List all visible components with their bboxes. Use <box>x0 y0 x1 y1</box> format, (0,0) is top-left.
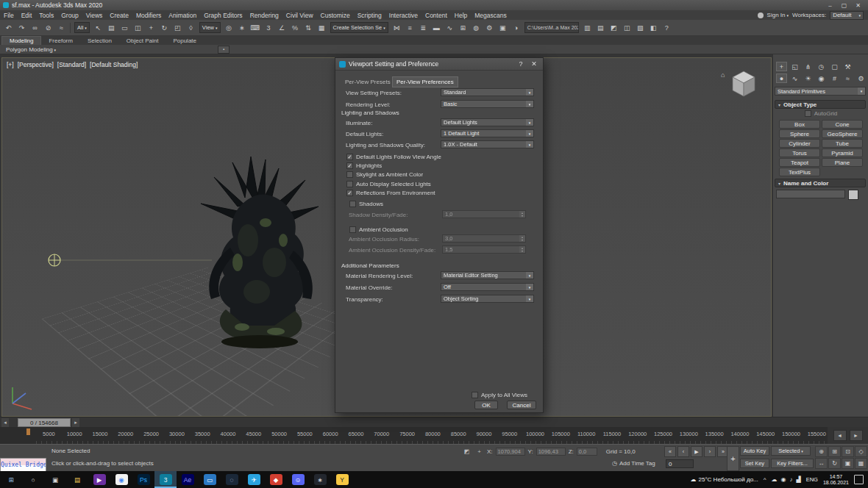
primitive-button[interactable]: Cylinder <box>779 139 820 148</box>
viewport-label-segment[interactable]: [Default Shading] <box>90 61 138 68</box>
scene-explorer-icon[interactable]: ▥ <box>581 22 594 34</box>
close-icon[interactable]: ✕ <box>851 2 865 9</box>
help-search-icon[interactable]: ? <box>661 22 673 34</box>
menu-item[interactable]: File <box>0 12 18 19</box>
z-coordinate-field[interactable]: 0,0 <box>577 448 597 456</box>
edit-named-selection-sets-icon[interactable]: ▦ <box>316 22 328 34</box>
spinner-snap-toggle-icon[interactable]: ⇅ <box>302 22 315 34</box>
timeline-next-icon[interactable]: ► <box>850 430 863 441</box>
tray-expand-icon[interactable]: ^ <box>764 476 766 483</box>
chrome-icon[interactable]: ◉ <box>110 471 132 488</box>
selection-filter-dropdown[interactable]: All <box>74 22 90 33</box>
spacewarps-category-icon[interactable]: ≈ <box>842 73 853 83</box>
material-editor-icon[interactable]: ◍ <box>470 22 483 34</box>
tab-per-view-presets[interactable]: Per-View Presets <box>341 77 394 87</box>
next-frame-button[interactable]: › <box>704 446 716 457</box>
ribbon-minimize-icon[interactable]: ▪ <box>218 46 230 54</box>
help-icon[interactable]: ? <box>516 60 526 68</box>
photoshop-icon[interactable]: Ps <box>132 471 154 488</box>
redo-icon[interactable]: ↷ <box>15 22 28 34</box>
select-object-icon[interactable]: ↖ <box>92 22 104 34</box>
mirror-icon[interactable]: ⋈ <box>391 22 403 34</box>
motion-tab-icon[interactable]: ◷ <box>816 62 827 71</box>
dark-app-icon[interactable]: ∗ <box>309 471 331 488</box>
ribbon-tab[interactable]: Populate <box>166 37 204 45</box>
menu-item[interactable]: Create <box>106 12 132 19</box>
modify-tab-icon[interactable]: ◱ <box>789 62 800 71</box>
undo-icon[interactable]: ↶ <box>2 22 15 34</box>
dialog-checkbox[interactable]: Auto Display Selected Lights <box>346 179 441 188</box>
primitive-button[interactable]: Torus <box>779 148 820 157</box>
viewport-label-segment[interactable]: [Standard] <box>57 61 86 68</box>
play-button[interactable]: ▶ <box>691 446 702 457</box>
telegram-icon[interactable]: ✈ <box>243 471 265 488</box>
align-icon[interactable]: ≡ <box>404 22 416 34</box>
auto-key-button[interactable]: Auto Key <box>740 446 769 456</box>
primitive-button[interactable]: Sphere <box>779 129 820 138</box>
current-frame-field[interactable]: 0 <box>666 459 694 468</box>
time-slider[interactable]: 0 / 154668 <box>18 418 71 427</box>
zoom-all-icon[interactable]: ⊞ <box>828 446 841 457</box>
set-key-button[interactable]: Set Key <box>740 459 769 468</box>
name-color-rollout[interactable]: ▾ Name and Color <box>775 179 866 187</box>
shadows-checkbox[interactable]: Shadows <box>349 199 383 208</box>
select-by-name-icon[interactable]: ▤ <box>105 22 118 34</box>
red-app-icon[interactable]: ◆ <box>265 471 287 488</box>
project-folder-field[interactable]: C:\Users\M..a Max 2020 <box>524 22 579 33</box>
snaps-toggle-icon[interactable]: 3 <box>263 22 275 34</box>
schematic-view-icon[interactable]: ⊞ <box>457 22 469 34</box>
maximize-viewport-icon[interactable]: ▣ <box>842 458 854 469</box>
object-color-swatch[interactable] <box>848 190 858 200</box>
add-time-tag[interactable]: ◷ Add Time Tag <box>612 460 655 467</box>
zoom-extents-icon[interactable]: ⊡ <box>842 446 854 457</box>
start-button[interactable]: ⊞ <box>0 471 22 488</box>
material-level-dropdown[interactable]: Material Editor Setting <box>441 271 534 279</box>
menu-item[interactable]: Interactive <box>385 12 421 19</box>
primitive-button[interactable]: GeoSphere <box>822 129 863 138</box>
utilities-tab-icon[interactable]: ⚒ <box>842 62 853 71</box>
dialog-checkbox[interactable]: Skylight as Ambient Color <box>346 171 441 179</box>
reference-coordinate-dropdown[interactable]: View <box>199 22 221 33</box>
menu-item[interactable]: Group <box>57 12 82 19</box>
create-tab-icon[interactable]: + <box>776 62 787 71</box>
viewport-layout-tabs-icon[interactable]: ◧ <box>647 22 660 34</box>
search-icon[interactable]: ○ <box>22 471 44 488</box>
named-selection-sets-dropdown[interactable]: Create Selection Se <box>330 22 388 33</box>
curve-editor-icon[interactable]: ∿ <box>444 22 456 34</box>
display-filter-icon[interactable]: ◫ <box>621 22 633 34</box>
volume-tray-icon[interactable]: ♪ <box>790 476 793 483</box>
cameras-category-icon[interactable]: ◉ <box>816 73 827 83</box>
viewport-layout-icon[interactable]: ▦ <box>855 458 867 469</box>
transparency-dropdown[interactable]: Object Sorting <box>441 295 534 303</box>
material-override-dropdown[interactable]: Off <box>441 283 534 291</box>
timeline-prev-icon[interactable]: ◄ <box>833 430 847 441</box>
lights-category-icon[interactable]: ☀ <box>803 73 814 83</box>
zoom-icon[interactable]: ⊕ <box>815 446 828 457</box>
ambient-occlusion-checkbox[interactable]: Ambient Occlusion <box>349 225 408 234</box>
selection-lock-icon[interactable]: ◩ <box>462 447 472 456</box>
viewcube[interactable]: ⌂ <box>719 67 764 104</box>
steam-icon[interactable]: ◌ <box>221 471 243 488</box>
layer-explorer-icon[interactable]: ▤ <box>594 22 607 34</box>
network-tray-icon[interactable]: ▟ <box>797 476 801 483</box>
menu-item[interactable]: Civil View <box>282 12 317 19</box>
close-icon[interactable]: ✕ <box>529 60 539 68</box>
default-lights-dropdown[interactable]: 1 Default Light <box>441 129 534 137</box>
orbit-icon[interactable]: ↻ <box>828 458 841 469</box>
display-tab-icon[interactable]: ▢ <box>829 62 840 71</box>
quality-dropdown[interactable]: 1.0X - Default <box>441 140 534 148</box>
menu-item[interactable]: Graph Editors <box>200 12 246 19</box>
select-and-scale-icon[interactable]: ◰ <box>171 22 184 34</box>
helpers-category-icon[interactable]: # <box>829 73 840 83</box>
systems-category-icon[interactable]: ⚙ <box>855 73 867 83</box>
workspaces-dropdown[interactable]: Default <box>830 11 864 20</box>
primitive-button[interactable]: Box <box>779 120 820 129</box>
ok-button[interactable]: OK <box>474 401 498 409</box>
primitive-button[interactable]: Tube <box>822 139 863 148</box>
menu-item[interactable]: Edit <box>18 12 36 19</box>
screen-capture-icon[interactable]: ▭ <box>199 471 221 488</box>
security-tray-icon[interactable]: ◉ <box>781 476 786 483</box>
language-indicator[interactable]: ENG <box>806 476 818 483</box>
menu-item[interactable]: Rendering <box>246 12 282 19</box>
primitive-button[interactable]: TextPlus <box>779 168 820 176</box>
